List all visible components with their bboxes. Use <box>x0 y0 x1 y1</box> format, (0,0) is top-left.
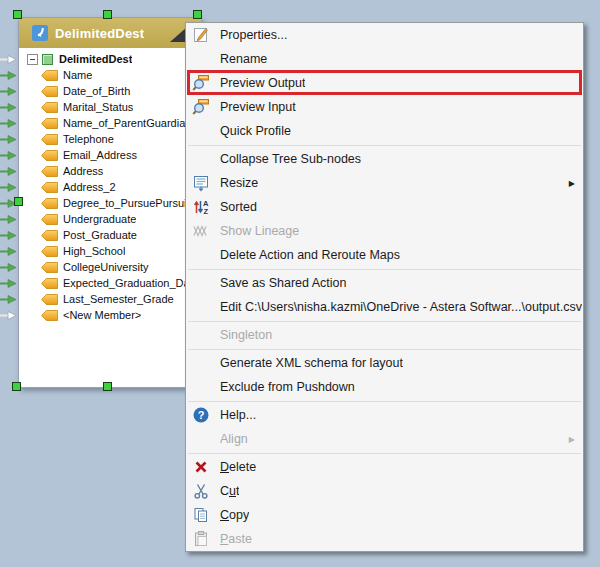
tree-root-row[interactable]: DelimitedDest <box>0 51 200 67</box>
selection-handle[interactable] <box>13 10 22 19</box>
tree-field-row[interactable]: Last_Semester_Grade <box>0 291 200 307</box>
tree-field-row[interactable]: Marital_Status <box>0 99 200 115</box>
tree-field-row[interactable]: Name <box>0 67 200 83</box>
input-port-green-icon[interactable] <box>0 263 18 272</box>
blank-icon <box>189 274 213 292</box>
menu-item-singleton[interactable]: Singleton <box>186 323 583 347</box>
field-label: Date_of_Birth <box>63 85 130 97</box>
delimited-dest-icon <box>32 25 48 41</box>
menu-item-show-lineage[interactable]: Show Lineage <box>186 219 583 243</box>
blank-icon <box>189 378 213 396</box>
tree-field-row[interactable]: Degree_to_PursuePursuing <box>0 195 200 211</box>
input-port-white-icon[interactable] <box>0 55 18 64</box>
input-port-green-icon[interactable] <box>0 279 18 288</box>
node-title: DelimitedDest <box>55 26 144 41</box>
field-icon <box>41 262 58 273</box>
preview-output-icon <box>189 74 213 92</box>
menu-item-properties[interactable]: Properties... <box>186 23 583 47</box>
tree-field-row[interactable]: Name_of_ParentGuardian <box>0 115 200 131</box>
menu-item-save-as-shared-action[interactable]: Save as Shared Action <box>186 271 583 295</box>
menu-separator <box>188 349 581 350</box>
selection-handle[interactable] <box>103 10 112 19</box>
input-port-green-icon[interactable] <box>0 103 18 112</box>
menu-item-paste[interactable]: Paste <box>186 527 583 551</box>
menu-item-collapse-tree-sub-nodes[interactable]: Collapse Tree Sub-nodes <box>186 147 583 171</box>
input-port-green-icon[interactable] <box>0 231 18 240</box>
tree-field-row[interactable]: CollegeUniversity <box>0 259 200 275</box>
input-port-green-icon[interactable] <box>0 119 18 128</box>
field-icon <box>41 86 58 97</box>
selection-handle[interactable] <box>193 10 202 19</box>
menu-item-rename[interactable]: Rename <box>186 47 583 71</box>
tree-expander-icon[interactable] <box>27 54 38 65</box>
tree-field-row[interactable]: Undergraduate <box>0 211 200 227</box>
menu-item-copy[interactable]: Copy <box>186 503 583 527</box>
input-port-green-icon[interactable] <box>0 183 18 192</box>
tree-field-row[interactable]: Expected_Graduation_Date <box>0 275 200 291</box>
input-port-green-icon[interactable] <box>0 247 18 256</box>
tree-field-row[interactable]: Address <box>0 163 200 179</box>
menu-item-sorted[interactable]: AZ Sorted <box>186 195 583 219</box>
tree-field-row[interactable]: Address_2 <box>0 179 200 195</box>
menu-item-exclude-from-pushdown[interactable]: Exclude from Pushdown <box>186 375 583 399</box>
selection-handle[interactable] <box>14 197 23 206</box>
tree-field-row[interactable]: Date_of_Birth <box>0 83 200 99</box>
menu-item-delete[interactable]: Delete <box>186 455 583 479</box>
submenu-arrow-icon: ▶ <box>569 435 575 444</box>
field-icon <box>41 182 58 193</box>
menu-item-cut[interactable]: Cut <box>186 479 583 503</box>
field-icon <box>41 70 58 81</box>
menu-separator <box>188 145 581 146</box>
menu-item-quick-profile[interactable]: Quick Profile <box>186 119 583 143</box>
tree-field-row-new-member[interactable]: <New Member> <box>0 307 200 323</box>
selection-handle[interactable] <box>103 382 112 391</box>
tree-field-row[interactable]: Post_Graduate <box>0 227 200 243</box>
blank-icon <box>189 50 213 68</box>
selection-handle[interactable] <box>12 382 21 391</box>
svg-text:Z: Z <box>204 207 209 216</box>
menu-item-preview-input[interactable]: Preview Input <box>186 95 583 119</box>
input-port-green-icon[interactable] <box>0 135 18 144</box>
node-header[interactable]: DelimitedDest <box>19 18 201 48</box>
input-port-green-icon[interactable] <box>0 87 18 96</box>
context-menu: Properties... Rename Preview Output Prev… <box>185 22 584 552</box>
tree-field-row[interactable]: Email_Address <box>0 147 200 163</box>
submenu-arrow-icon: ▶ <box>569 179 575 188</box>
field-icon <box>41 198 58 209</box>
field-label: Telephone <box>63 133 114 145</box>
input-port-green-icon[interactable] <box>0 71 18 80</box>
field-label: Marital_Status <box>63 101 133 113</box>
menu-item-generate-xml-schema[interactable]: Generate XML schema for layout <box>186 351 583 375</box>
input-port-green-icon[interactable] <box>0 151 18 160</box>
menu-item-delete-action-reroute-maps[interactable]: Delete Action and Reroute Maps <box>186 243 583 267</box>
input-port-white-icon[interactable] <box>0 311 18 320</box>
field-label: Email_Address <box>63 149 137 161</box>
input-port-green-icon[interactable] <box>0 167 18 176</box>
designer-canvas[interactable]: DelimitedDest DelimitedDest Name Date_of… <box>0 0 600 567</box>
field-label: <New Member> <box>63 309 141 321</box>
field-icon <box>41 118 58 129</box>
menu-separator <box>188 269 581 270</box>
menu-item-resize[interactable]: Resize ▶ <box>186 171 583 195</box>
menu-separator <box>188 321 581 322</box>
sorted-icon: AZ <box>189 198 213 216</box>
tree-field-row[interactable]: Telephone <box>0 131 200 147</box>
menu-item-edit-output-file[interactable]: Edit C:\Users\nisha.kazmi\OneDrive - Ast… <box>186 295 583 319</box>
preview-input-icon <box>189 98 213 116</box>
field-icon <box>41 102 58 113</box>
blank-icon <box>189 246 213 264</box>
menu-item-help[interactable]: ? Help... <box>186 403 583 427</box>
help-icon: ? <box>189 406 213 424</box>
input-port-green-icon[interactable] <box>0 215 18 224</box>
menu-separator <box>188 453 581 454</box>
menu-item-align[interactable]: Align ▶ <box>186 427 583 451</box>
properties-icon <box>189 26 213 44</box>
menu-item-preview-output[interactable]: Preview Output <box>186 71 583 95</box>
field-label: Last_Semester_Grade <box>63 293 174 305</box>
paste-icon <box>189 530 213 548</box>
tree-field-row[interactable]: High_School <box>0 243 200 259</box>
svg-text:?: ? <box>198 409 205 421</box>
field-icon <box>41 278 58 289</box>
blank-icon <box>189 122 213 140</box>
input-port-green-icon[interactable] <box>0 295 18 304</box>
